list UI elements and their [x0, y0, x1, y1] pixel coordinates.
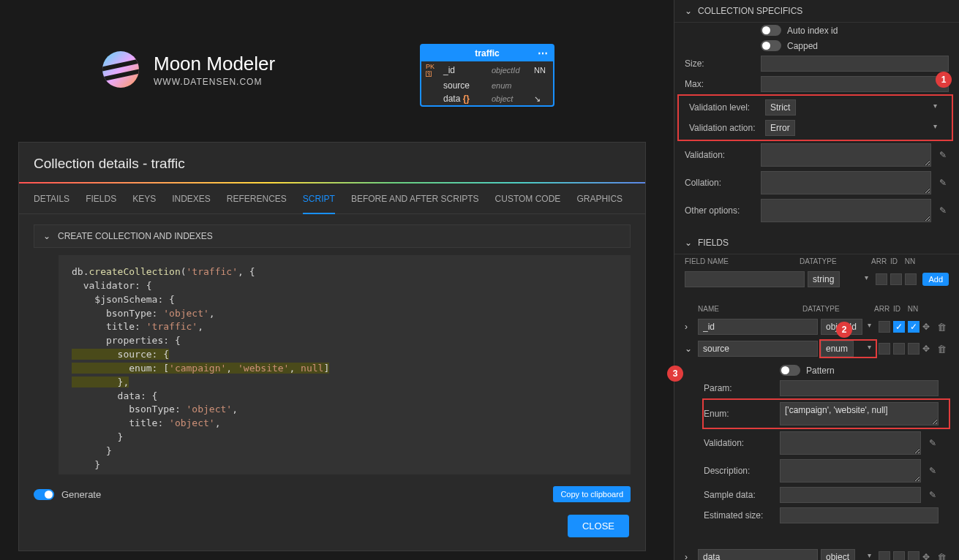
field-name-input[interactable] — [698, 341, 818, 357]
est-size-input[interactable] — [780, 507, 939, 523]
capped-toggle[interactable] — [761, 40, 781, 51]
tab-fields[interactable]: FIELDS — [86, 194, 116, 213]
edit-icon[interactable]: ✎ — [927, 489, 939, 501]
new-field-type-select[interactable]: string — [808, 271, 840, 287]
arr-checkbox[interactable] — [879, 551, 890, 560]
pattern-toggle[interactable] — [780, 365, 800, 376]
collapse-icon[interactable]: ⌄ — [685, 344, 695, 354]
entity-box-traffic[interactable]: traffic ⋯ PK⚿ _id objectId NN source enu… — [420, 44, 554, 107]
entity-row-id[interactable]: PK⚿ _id objectId NN — [421, 61, 553, 79]
field-name-input[interactable] — [698, 549, 818, 560]
entity-row-source[interactable]: source enum — [421, 79, 553, 92]
entity-row-data[interactable]: data {} object ↘ — [421, 92, 553, 105]
section-fields[interactable]: ⌄ FIELDS — [674, 232, 959, 254]
script-code-block[interactable]: db.createCollection('traffic', { validat… — [59, 255, 631, 474]
id-checkbox[interactable]: ✓ — [893, 321, 905, 333]
chevron-down-icon: ⌄ — [685, 6, 692, 16]
edit-icon[interactable]: ✎ — [927, 465, 939, 477]
tab-before-after[interactable]: BEFORE AND AFTER SCRIPTS — [351, 194, 479, 213]
move-icon[interactable]: ✥ — [922, 344, 934, 354]
col-datatype: DATATYPE — [800, 257, 868, 265]
expand-icon[interactable]: › — [685, 552, 695, 560]
accordion-title: CREATE COLLECTION AND INDEXES — [58, 231, 213, 241]
size-label: Size: — [685, 58, 755, 69]
validation-level-select[interactable]: Strict — [765, 99, 796, 116]
col-name: NAME — [698, 305, 800, 313]
entity-title[interactable]: traffic ⋯ — [421, 45, 553, 61]
trash-icon[interactable]: 🗑 — [937, 322, 949, 333]
arr-checkbox[interactable] — [879, 343, 890, 355]
col-field-name: FIELD NAME — [685, 257, 797, 265]
arr-checkbox[interactable] — [879, 321, 890, 333]
param-input[interactable] — [780, 380, 939, 396]
edit-icon[interactable]: ✎ — [927, 437, 939, 449]
new-arr-checkbox[interactable] — [876, 273, 887, 285]
size-input[interactable] — [761, 56, 949, 72]
link-icon[interactable]: ↘ — [534, 94, 549, 104]
tab-references[interactable]: REFERENCES — [227, 194, 287, 213]
auto-index-toggle[interactable] — [761, 25, 781, 36]
tab-indexes[interactable]: INDEXES — [172, 194, 211, 213]
nn-checkbox[interactable] — [908, 551, 919, 560]
edit-icon[interactable]: ✎ — [937, 205, 949, 216]
chevron-down-icon: ⌄ — [43, 231, 50, 241]
sample-data-input[interactable] — [780, 487, 921, 503]
trash-icon[interactable]: 🗑 — [937, 552, 949, 561]
key-icon: PK⚿ — [426, 63, 440, 77]
description-label: Description: — [704, 466, 774, 476]
entity-more-icon[interactable]: ⋯ — [538, 48, 549, 59]
move-icon[interactable]: ✥ — [922, 322, 934, 332]
field-name-input[interactable] — [698, 319, 818, 335]
col-datatype: DATATYPE — [802, 305, 871, 313]
brand-name: Moon Modeler — [154, 53, 275, 75]
tab-keys[interactable]: KEYS — [132, 194, 156, 213]
field-type-select[interactable]: enum — [821, 341, 854, 357]
field-row-source: ⌄ enum ✥ 🗑 — [674, 338, 959, 360]
validation-action-select[interactable]: Error — [765, 120, 795, 136]
generate-toggle[interactable] — [34, 489, 54, 500]
expand-icon[interactable]: › — [685, 322, 695, 332]
validation-textarea[interactable] — [761, 143, 931, 167]
id-checkbox[interactable] — [893, 343, 905, 355]
validation-label: Validation: — [685, 150, 755, 160]
field-validation-textarea[interactable] — [780, 431, 921, 455]
tab-script[interactable]: SCRIPT — [303, 194, 335, 214]
brand-area: Moon Modeler WWW.DATENSEN.COM — [102, 51, 275, 88]
pattern-label: Pattern — [806, 366, 835, 376]
other-options-label: Other options: — [685, 205, 755, 216]
field-type-select[interactable]: object — [821, 549, 855, 560]
section-collection-specifics[interactable]: ⌄ COLLECTION SPECIFICS — [674, 0, 959, 23]
enum-textarea[interactable]: ['campaign', 'website', null] — [780, 402, 939, 425]
validation-level-label: Validation level: — [689, 102, 759, 113]
collation-label: Collation: — [685, 178, 755, 188]
description-textarea[interactable] — [780, 459, 921, 483]
new-nn-checkbox[interactable] — [905, 273, 917, 285]
tab-graphics[interactable]: GRAPHICS — [576, 194, 623, 213]
edit-icon[interactable]: ✎ — [937, 177, 949, 189]
nn-checkbox[interactable] — [908, 343, 919, 355]
tab-details[interactable]: DETAILS — [34, 194, 69, 213]
copy-clipboard-button[interactable]: Copy to clipboard — [553, 486, 631, 502]
auto-index-label: Auto index id — [787, 26, 838, 36]
new-field-name-input[interactable] — [685, 271, 805, 287]
add-field-button[interactable]: Add — [922, 273, 949, 286]
id-checkbox[interactable] — [893, 551, 905, 560]
callout-3: 3 — [667, 366, 683, 382]
properties-sidebar: ⌄ COLLECTION SPECIFICS Auto index id Cap… — [674, 0, 959, 560]
brand-site: WWW.DATENSEN.COM — [154, 77, 275, 87]
accordion-create-collection[interactable]: ⌄ CREATE COLLECTION AND INDEXES — [34, 224, 631, 248]
close-button[interactable]: CLOSE — [568, 515, 629, 537]
max-input[interactable] — [761, 76, 949, 92]
other-options-textarea[interactable] — [761, 199, 931, 222]
nn-checkbox[interactable]: ✓ — [908, 321, 919, 333]
collection-details-panel: Collection details - traffic DETAILS FIE… — [18, 142, 646, 551]
collation-textarea[interactable] — [761, 171, 931, 194]
trash-icon[interactable]: 🗑 — [937, 344, 949, 355]
est-size-label: Estimated size: — [704, 510, 774, 521]
move-icon[interactable]: ✥ — [922, 552, 934, 560]
edit-icon[interactable]: ✎ — [937, 149, 949, 161]
new-id-checkbox[interactable] — [890, 273, 902, 285]
tab-custom-code[interactable]: CUSTOM CODE — [495, 194, 561, 213]
col-nn: NN — [903, 257, 917, 265]
col-arr: ARR — [871, 257, 884, 265]
